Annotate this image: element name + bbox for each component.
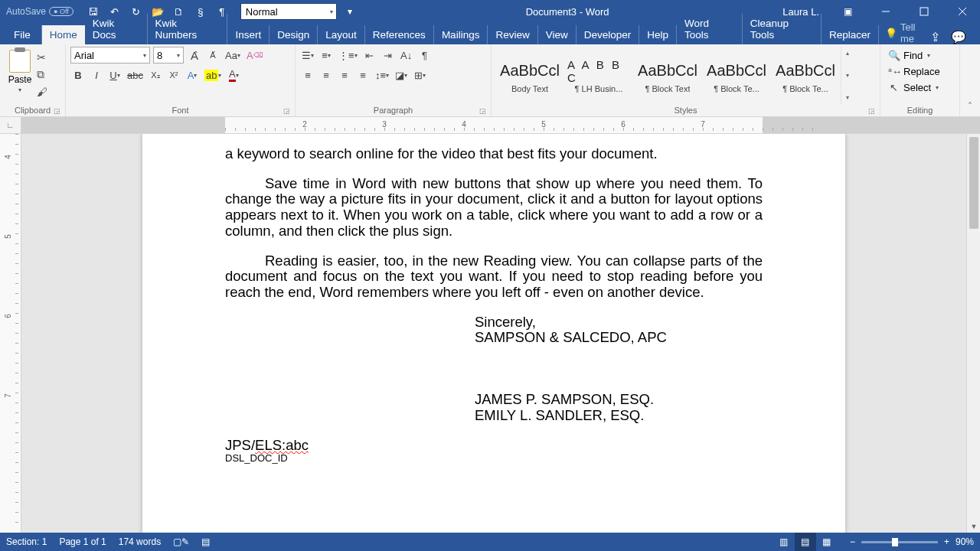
align-left-button[interactable]: ≡ bbox=[300, 67, 315, 83]
tab-view[interactable]: View bbox=[538, 25, 577, 44]
style-combo[interactable]: Normal▾ bbox=[240, 3, 337, 20]
cursor-icon: ↖ bbox=[888, 82, 899, 93]
read-mode-icon[interactable]: ▥ bbox=[773, 533, 795, 551]
underline-button[interactable]: U▾ bbox=[107, 67, 122, 83]
cut-icon[interactable]: ✂ bbox=[37, 51, 47, 64]
grow-font-button[interactable]: Â bbox=[187, 47, 202, 64]
document-canvas[interactable]: a keyword to search online for the video… bbox=[21, 134, 966, 533]
group-clipboard: Paste ▾ ✂ ⧉ 🖌 Clipboard◲ bbox=[0, 44, 66, 116]
change-case-button[interactable]: Aa▾ bbox=[224, 47, 242, 64]
paragraph-launcher-icon[interactable]: ◲ bbox=[479, 107, 486, 115]
font-launcher-icon[interactable]: ◲ bbox=[283, 107, 290, 115]
shrink-font-button[interactable]: Ǎ bbox=[205, 47, 220, 64]
status-page[interactable]: Page 1 of 1 bbox=[59, 536, 106, 547]
show-marks-button[interactable]: ¶ bbox=[417, 47, 433, 64]
tab-kwik-numbers[interactable]: Kwik Numbers bbox=[148, 14, 228, 44]
sort-button[interactable]: A↓ bbox=[399, 47, 414, 64]
collapse-ribbon-icon[interactable]: ˄ bbox=[960, 44, 980, 116]
group-editing: 🔍Find ▾ ᵃ↔Replace ↖Select ▾ Editing bbox=[880, 44, 960, 116]
align-right-button[interactable]: ≡ bbox=[337, 67, 352, 83]
justify-button[interactable]: ≡ bbox=[355, 67, 371, 83]
tab-design[interactable]: Design bbox=[270, 25, 318, 44]
strike-button[interactable]: abc bbox=[126, 67, 145, 83]
scroll-down-icon[interactable]: ▼ bbox=[967, 520, 980, 533]
select-button[interactable]: ↖Select ▾ bbox=[885, 80, 955, 95]
zoom-out-icon[interactable]: − bbox=[850, 536, 855, 547]
macro-icon[interactable]: ▤ bbox=[201, 536, 210, 547]
tab-layout[interactable]: Layout bbox=[318, 25, 365, 44]
zoom-slider[interactable] bbox=[861, 541, 938, 543]
tab-insert[interactable]: Insert bbox=[227, 25, 270, 44]
tab-file[interactable]: File bbox=[3, 25, 42, 44]
ribbon-display-icon[interactable]: ▣ bbox=[830, 0, 865, 23]
group-styles: AaBbCclBody TextA A B B C¶ LH Busin...Aa… bbox=[492, 44, 880, 116]
tab-review[interactable]: Review bbox=[488, 25, 537, 44]
decrease-indent-button[interactable]: ⇤ bbox=[362, 47, 377, 64]
line-spacing-button[interactable]: ↕≡▾ bbox=[374, 67, 390, 83]
tab-word-tools[interactable]: Word Tools bbox=[677, 14, 743, 44]
clipboard-launcher-icon[interactable]: ◲ bbox=[54, 107, 60, 115]
style-swatch[interactable]: AaBbCcl¶ Block Te... bbox=[772, 47, 839, 104]
multilevel-button[interactable]: ⋮≡▾ bbox=[337, 47, 359, 64]
replace-button[interactable]: ᵃ↔Replace bbox=[885, 64, 955, 79]
tab-help[interactable]: Help bbox=[639, 25, 677, 44]
subscript-button[interactable]: X₂ bbox=[148, 67, 163, 83]
text-effects-button[interactable]: A▾ bbox=[185, 67, 200, 83]
align-center-button[interactable]: ≡ bbox=[318, 67, 334, 83]
style-swatch[interactable]: AaBbCcl¶ Block Te... bbox=[703, 47, 770, 104]
attorney-name: JAMES P. SAMPSON, ESQ. bbox=[475, 392, 763, 408]
vertical-scrollbar[interactable]: ▲ ▼ bbox=[966, 134, 980, 533]
clear-format-button[interactable]: A⌫ bbox=[245, 47, 265, 64]
tab-home[interactable]: Home bbox=[42, 25, 85, 44]
italic-button[interactable]: I bbox=[89, 67, 104, 83]
clipboard-icon bbox=[9, 50, 31, 73]
zoom-in-icon[interactable]: + bbox=[944, 536, 949, 547]
highlight-button[interactable]: ab▾ bbox=[203, 67, 223, 83]
format-painter-icon[interactable]: 🖌 bbox=[37, 86, 47, 98]
shading-button[interactable]: ◪▾ bbox=[394, 67, 409, 83]
spellcheck-icon[interactable]: ▢✎ bbox=[173, 536, 189, 547]
bullets-button[interactable]: ☰▾ bbox=[300, 47, 315, 64]
autosave-toggle[interactable]: AutoSave ● Off bbox=[6, 6, 74, 17]
find-button[interactable]: 🔍Find ▾ bbox=[885, 48, 955, 63]
tab-mailings[interactable]: Mailings bbox=[434, 25, 488, 44]
bold-button[interactable]: B bbox=[70, 67, 86, 83]
font-size-combo[interactable]: 8▾ bbox=[153, 47, 184, 64]
increase-indent-button[interactable]: ⇥ bbox=[381, 47, 396, 64]
superscript-button[interactable]: X² bbox=[166, 67, 181, 83]
print-layout-icon[interactable]: ▤ bbox=[795, 533, 816, 551]
tab-developer[interactable]: Developer bbox=[577, 25, 640, 44]
tab-references[interactable]: References bbox=[365, 25, 434, 44]
styles-more-button[interactable]: ▴▾▾ bbox=[841, 47, 853, 104]
page[interactable]: a keyword to search online for the video… bbox=[142, 134, 845, 533]
copy-icon[interactable]: ⧉ bbox=[37, 68, 47, 81]
numbering-button[interactable]: ≡▾ bbox=[318, 47, 334, 64]
status-section[interactable]: Section: 1 bbox=[6, 536, 47, 547]
scroll-thumb[interactable] bbox=[969, 137, 978, 229]
zoom-level[interactable]: 90% bbox=[956, 536, 974, 547]
style-swatch[interactable]: A A B B C¶ LH Busin... bbox=[565, 47, 632, 104]
close-icon[interactable] bbox=[945, 0, 980, 23]
font-name-combo[interactable]: Arial▾ bbox=[70, 47, 150, 64]
styles-launcher-icon[interactable]: ◲ bbox=[868, 107, 875, 115]
tab-replacer[interactable]: Replacer bbox=[822, 25, 879, 44]
comments-icon[interactable]: 💬 bbox=[951, 30, 966, 44]
minimize-icon[interactable] bbox=[868, 0, 903, 23]
tell-me[interactable]: 💡 Tell me bbox=[885, 21, 930, 44]
svg-rect-1 bbox=[920, 8, 928, 15]
font-color-button[interactable]: A▾ bbox=[226, 67, 241, 83]
vertical-ruler[interactable]: 4567 bbox=[0, 134, 21, 533]
paste-button[interactable]: Paste ▾ bbox=[5, 47, 35, 93]
ribbon: Paste ▾ ✂ ⧉ 🖌 Clipboard◲ Arial▾ 8▾ Â Ǎ… bbox=[0, 44, 980, 117]
tab-selector[interactable]: ∟ bbox=[0, 117, 21, 133]
tab-kwik-docs[interactable]: Kwik Docs bbox=[85, 14, 148, 44]
status-words[interactable]: 174 words bbox=[119, 536, 161, 547]
web-layout-icon[interactable]: ▦ bbox=[816, 533, 838, 551]
maximize-icon[interactable] bbox=[906, 0, 942, 23]
horizontal-ruler[interactable]: ∟ 234567 bbox=[0, 117, 980, 134]
borders-button[interactable]: ⊞▾ bbox=[412, 67, 427, 83]
share-icon[interactable]: ⇪ bbox=[930, 30, 940, 44]
tab-cleanup-tools[interactable]: Cleanup Tools bbox=[743, 14, 822, 44]
style-swatch[interactable]: AaBbCcl¶ Block Text bbox=[634, 47, 701, 104]
style-swatch[interactable]: AaBbCclBody Text bbox=[496, 47, 564, 104]
